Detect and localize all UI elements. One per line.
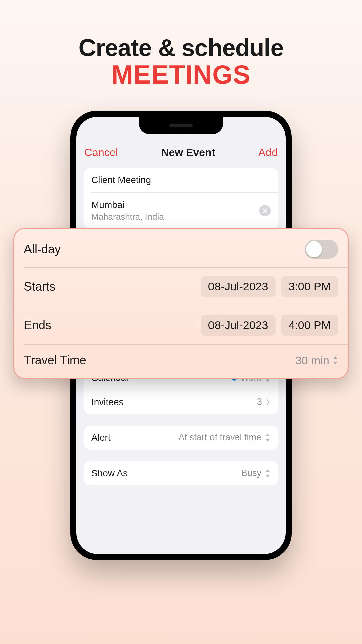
alert-card: Alert At start of travel time	[84, 426, 278, 450]
travel-time-row[interactable]: Travel Time 30 min	[14, 344, 348, 376]
alert-row[interactable]: Alert At start of travel time	[84, 426, 278, 450]
all-day-label: All-day	[24, 242, 61, 256]
showas-card: Show As Busy	[84, 461, 278, 485]
starts-time-chip[interactable]: 3:00 PM	[281, 276, 338, 297]
phone-notch	[139, 117, 223, 134]
ends-label: Ends	[24, 318, 51, 332]
starts-row: Starts 08-Jul-2023 3:00 PM	[14, 267, 348, 306]
alert-label: Alert	[91, 432, 111, 443]
showas-value: Busy	[241, 468, 261, 478]
travel-time-label: Travel Time	[24, 353, 86, 367]
cancel-button[interactable]: Cancel	[84, 146, 118, 159]
invitees-label: Invitees	[91, 397, 124, 408]
event-title-value: Client Meeting	[91, 175, 151, 185]
location-secondary: Maharashtra, India	[91, 211, 164, 222]
starts-date-chip[interactable]: 08-Jul-2023	[201, 276, 276, 297]
invitees-value-group: 3	[257, 397, 271, 407]
close-icon	[263, 208, 267, 213]
location-primary: Mumbai	[91, 199, 164, 211]
showas-row[interactable]: Show As Busy	[84, 461, 278, 485]
chevron-right-icon	[265, 399, 271, 405]
updown-icon	[332, 356, 338, 364]
headline-line-1: Create & schedule	[0, 35, 362, 61]
starts-label: Starts	[24, 280, 55, 294]
all-day-row: All-day	[14, 231, 348, 267]
headline-line-2: MEETINGS	[0, 61, 362, 88]
event-location-text: Mumbai Maharashtra, India	[91, 199, 164, 222]
ends-time-chip[interactable]: 4:00 PM	[281, 315, 338, 336]
page-title: New Event	[161, 146, 215, 159]
event-title-field[interactable]: Client Meeting	[84, 168, 278, 192]
toggle-knob	[306, 241, 322, 257]
ends-date-chip[interactable]: 08-Jul-2023	[201, 315, 276, 336]
event-basic-card: Client Meeting Mumbai Maharashtra, India	[84, 168, 278, 229]
event-location-field[interactable]: Mumbai Maharashtra, India	[84, 192, 278, 229]
travel-time-value: 30 min	[295, 354, 329, 367]
add-button[interactable]: Add	[258, 146, 278, 159]
alert-value-group: At start of travel time	[178, 432, 271, 443]
invitees-value: 3	[257, 397, 262, 407]
updown-icon	[265, 469, 271, 477]
showas-value-group: Busy	[241, 468, 271, 478]
invitees-row[interactable]: Invitees 3	[84, 390, 278, 414]
marketing-headline: Create & schedule MEETINGS	[0, 0, 362, 88]
time-popout-card: All-day Starts 08-Jul-2023 3:00 PM Ends …	[13, 228, 349, 379]
alert-value: At start of travel time	[178, 432, 261, 443]
all-day-toggle[interactable]	[305, 240, 338, 259]
ends-row: Ends 08-Jul-2023 4:00 PM	[14, 306, 348, 344]
clear-location-button[interactable]	[259, 205, 271, 216]
updown-icon	[265, 434, 271, 442]
showas-label: Show As	[91, 468, 128, 479]
navbar: Cancel New Event Add	[76, 140, 286, 168]
